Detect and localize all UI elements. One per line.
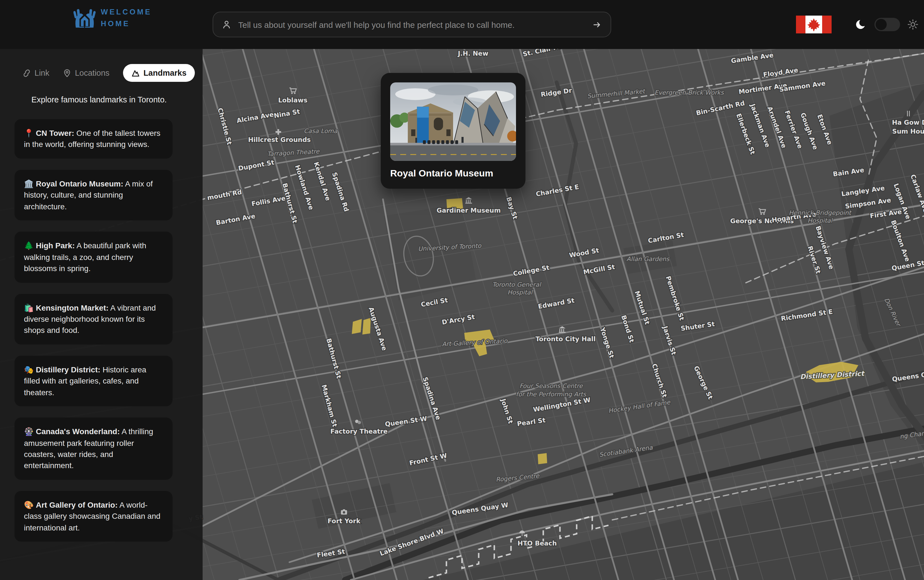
landmark-name: CN Tower: xyxy=(36,129,74,137)
map-label: Allan Gardens xyxy=(626,255,670,262)
cart-map-icon xyxy=(290,88,296,94)
popup-title: Royal Ontario Museum xyxy=(390,168,516,179)
sidebar-caption: Explore famous landmarks in Toronto. xyxy=(0,95,198,104)
map-label: Four Seasons Centre xyxy=(519,382,583,389)
landmark-emoji: 🎭 xyxy=(24,365,34,374)
map-label: Alcina Ave xyxy=(236,111,274,124)
landmark-list: 📍 CN Tower: One of the tallest towers in… xyxy=(15,119,173,542)
map-label: Wellington St W xyxy=(533,396,591,413)
map-label: Factory Theatre xyxy=(330,428,388,435)
royal-ontario-museum-photo-illustration xyxy=(390,82,516,161)
map-label: Bay St xyxy=(505,196,519,220)
welcome-home-logo[interactable]: WELCOME HOME xyxy=(74,7,152,30)
person-icon xyxy=(222,20,231,29)
landmark-name: Art Gallery of Ontario: xyxy=(36,500,118,509)
map-label: Follis Ave xyxy=(251,194,286,208)
hands-house-logo-icon xyxy=(74,8,96,29)
map-popup[interactable]: Royal Ontario Museum xyxy=(381,73,525,189)
map-label: Fort York xyxy=(328,517,361,525)
map-label: Wood St xyxy=(568,247,600,259)
landmark-card-art-gallery-of-ontario[interactable]: 🎨 Art Gallery of Ontario: A world-class … xyxy=(15,491,173,542)
landmark-photo xyxy=(390,82,516,161)
map-label: Bond St xyxy=(620,314,636,343)
landmark-card-kensington-market[interactable]: 🛍️ Kensington Market: A vibrant and dive… xyxy=(15,293,173,344)
map-label: Spadina Rd xyxy=(331,171,351,213)
mountain-icon xyxy=(131,69,140,77)
map-label: Hillcrest Grounds xyxy=(248,136,311,143)
map-label: Tarragon Theatre xyxy=(267,148,320,158)
map-label: Ellerbeck St xyxy=(735,112,756,156)
map-label: Hospital xyxy=(807,217,833,224)
landmark-card-distillery-district[interactable]: 🎭 Distillery District: Historic area fil… xyxy=(15,356,173,407)
landmark-emoji: 🎨 xyxy=(24,500,34,509)
app-root: LoblawsNina StAlcina AveChristie StCasa … xyxy=(0,0,924,580)
map-label: Casa Loma xyxy=(304,127,338,134)
map-label: Queen St W xyxy=(385,415,428,428)
museum-map-icon xyxy=(465,197,472,204)
highlight-kensington-a[interactable] xyxy=(352,319,362,334)
map-label: Front St W xyxy=(408,452,448,467)
tab-bar: Link Locations Landmarks xyxy=(22,64,203,82)
landmark-name: Canada's Wonderland: xyxy=(36,427,120,436)
map-label: Bathurst St xyxy=(281,182,299,224)
logo-wordmark: WELCOME HOME xyxy=(101,7,152,30)
map-label: Pearl St xyxy=(517,416,546,427)
map-label: Ridge Dr xyxy=(540,87,573,98)
submit-arrow-icon[interactable] xyxy=(592,20,602,29)
landmark-card-high-park[interactable]: 🌲 High Park: A beautiful park with walki… xyxy=(15,232,173,282)
map-pin-icon xyxy=(63,69,71,77)
highlight-rogers-centre-block[interactable] xyxy=(538,453,547,464)
tab-landmarks[interactable]: Landmarks xyxy=(123,64,195,82)
theme-toggle[interactable] xyxy=(875,18,900,31)
landmark-emoji: 📍 xyxy=(24,129,34,137)
map-label: for the Performing Arts xyxy=(516,391,586,398)
tab-locations[interactable]: Locations xyxy=(63,68,109,77)
map-label: Charles St E xyxy=(535,183,580,198)
map-label: HTO Beach xyxy=(517,540,557,547)
landmark-card-cn-tower[interactable]: 📍 CN Tower: One of the tallest towers in… xyxy=(15,119,173,159)
landmark-card-royal-ontario-museum[interactable]: 🏛️ Royal Ontario Museum: A mix of histor… xyxy=(15,170,173,221)
map-label: Evergreen Brick Works xyxy=(655,89,724,96)
map-label: John St xyxy=(499,397,514,425)
sidebar-panel: Link Locations Landmarks Explore famous … xyxy=(0,49,203,580)
link-icon xyxy=(22,69,31,77)
highlight-kensington-b[interactable] xyxy=(362,318,371,334)
landmark-name: Kensington Market: xyxy=(36,303,109,312)
map-label: mouth Rd xyxy=(206,188,242,201)
landmark-name: Royal Ontario Museum: xyxy=(36,179,123,188)
map-label: George St xyxy=(692,365,714,400)
map-label: St. Clair Ave E xyxy=(522,49,573,58)
top-navbar: WELCOME HOME xyxy=(0,0,924,49)
search-input[interactable] xyxy=(237,19,586,30)
map-label: J.H. New xyxy=(457,50,488,57)
map-label: Loblaws xyxy=(278,97,307,104)
map-label: Richmond St E xyxy=(781,308,833,322)
moon-icon xyxy=(855,18,867,31)
tab-link-label: Link xyxy=(35,68,49,77)
header-controls xyxy=(796,0,918,49)
landmark-emoji: 🎡 xyxy=(24,427,34,436)
map-label: Ha Gow D xyxy=(892,119,924,126)
map-label: River St xyxy=(806,245,822,274)
map-label: Hennick Bridgepoint xyxy=(789,209,852,216)
map-label: Dupont St xyxy=(238,159,275,172)
map-label: Toronto City Hall xyxy=(535,335,596,343)
canada-flag-icon[interactable] xyxy=(796,15,832,34)
landmark-emoji: 🏛️ xyxy=(24,179,34,188)
map-label: Gardiner Museum xyxy=(436,207,501,214)
map-label: Toronto General xyxy=(492,281,542,288)
cart-map-icon xyxy=(759,209,766,215)
map-label: Barton Ave xyxy=(216,213,256,226)
map-label: Hospital xyxy=(507,289,533,296)
masks-map-icon xyxy=(355,420,361,424)
map-label: Floyd Ave xyxy=(763,66,799,78)
map-label: College St xyxy=(513,264,550,277)
landmark-name: Distillery District: xyxy=(36,365,100,374)
map-label: Sum Hou xyxy=(892,128,924,135)
sun-icon xyxy=(907,19,918,30)
map-label: Hockey Hall of Fame xyxy=(608,399,671,414)
tab-landmarks-label: Landmarks xyxy=(143,68,186,77)
tab-link[interactable]: Link xyxy=(22,68,49,77)
landmark-card-canadas-wonderland[interactable]: 🎡 Canada's Wonderland: A thrilling amuse… xyxy=(15,417,173,480)
toggle-knob xyxy=(876,19,887,30)
